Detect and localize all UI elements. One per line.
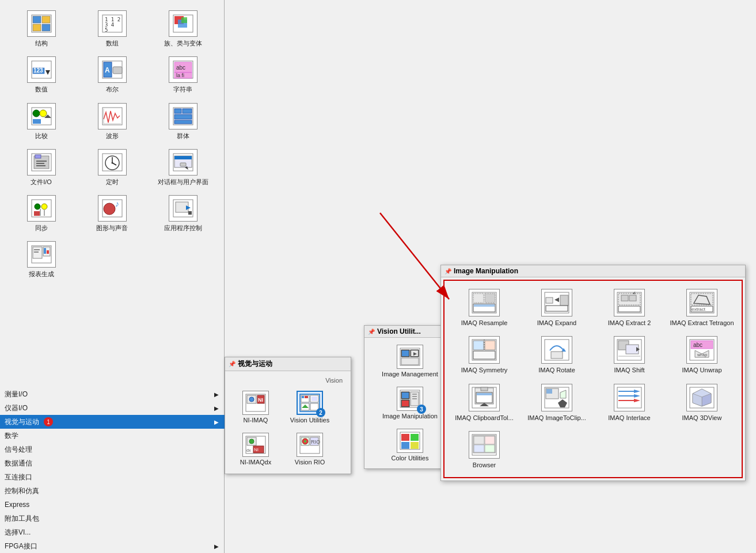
svg-rect-144 [473, 341, 484, 350]
bool-icon: A [98, 56, 127, 83]
menu-item-fpga[interactable]: FPGA接口 ▶ [0, 539, 225, 553]
svg-rect-163 [481, 387, 488, 391]
unwrap-label: IMAQ Unwrap [682, 366, 721, 374]
palette-item-fileio[interactable]: 文件I/O [6, 144, 77, 190]
imaq-item-expand[interactable]: IMAQ Expand [522, 285, 592, 330]
imaq-item-imageclip[interactable]: IMAQ ImageToClip... [522, 380, 592, 425]
imaq-item-unwrap[interactable]: abc wrap IMAQ Unwrap [667, 333, 737, 377]
svg-rect-38 [174, 120, 192, 124]
palette-item-struct[interactable]: 结构 [6, 6, 77, 52]
svg-rect-37 [174, 115, 192, 119]
svg-rect-124 [485, 293, 495, 303]
report-icon [27, 241, 56, 268]
palette-item-compare[interactable]: 比较 [6, 98, 77, 144]
svg-rect-189 [485, 445, 495, 452]
menu-item-measurement[interactable]: 测量I/O ▶ [0, 387, 225, 401]
palette-item-waveform[interactable]: 波形 [77, 98, 147, 144]
rotate-label: IMAQ Rotate [538, 366, 575, 374]
imaq-item-rotate[interactable]: IMAQ Rotate [522, 333, 592, 377]
svg-point-77 [249, 397, 254, 402]
svg-text:5: 5 [105, 27, 108, 33]
dialog-icon [169, 149, 197, 176]
imaq-item-clipboard[interactable]: IMAQ ClipboardTol... [449, 380, 519, 425]
palette-item-report[interactable]: 报表生成 [6, 237, 77, 283]
svg-text:abc: abc [693, 342, 702, 348]
svg-rect-128 [546, 298, 553, 303]
array-icon: 1 1 2 3 4 5 [98, 10, 127, 37]
svg-rect-123 [473, 293, 484, 303]
menu-item-addon[interactable]: 附加工具包 [0, 512, 225, 525]
arrow-icon: ▶ [214, 543, 219, 550]
panel2-item-niimaqx[interactable]: dx NI NI-IMAQdx [230, 429, 282, 469]
pin-icon: 📌 [368, 329, 375, 335]
panel-vision-motion: 📌 视觉与运动 Vision NI NI-IMAQ [225, 357, 351, 474]
menu-item-signal[interactable]: 信号处理 [0, 443, 225, 456]
niimaq-label: NI-IMAQ [244, 417, 268, 424]
browser-label: Browser [473, 461, 496, 469]
menu-item-math[interactable]: 数学 [0, 429, 225, 443]
svg-text:NI: NI [258, 397, 263, 403]
timing-icon [98, 149, 127, 176]
imaq-item-resample[interactable]: IMAQ Resample [449, 285, 519, 330]
menu-item-express[interactable]: Express [0, 498, 225, 512]
imaq-item-extracttet[interactable]: extract IMAQ Extract Tetragon [667, 285, 737, 330]
panel3-title: Vision Utilit... [377, 327, 421, 335]
palette-item-bool[interactable]: A 布尔 [77, 52, 147, 98]
palette-item-string[interactable]: abc la fi 字符串 [147, 52, 218, 98]
menu-item-vision[interactable]: 视觉与运动 1 ▶ [0, 415, 225, 429]
palette-item-class[interactable]: 族、类与变体 [147, 6, 218, 52]
panel2-item-niimaq[interactable]: NI NI-IMAQ [230, 387, 282, 427]
imageclip-icon [541, 384, 572, 411]
svg-rect-4 [42, 24, 50, 31]
menu-item-instrument[interactable]: 仪器I/O ▶ [0, 401, 225, 415]
imageclip-label: IMAQ ImageToClip... [527, 414, 586, 422]
string-label: 字符串 [173, 85, 192, 93]
palette-item-graphics[interactable]: ♪ 图形与声音 [77, 190, 147, 237]
menu-item-control[interactable]: 控制和仿真 [0, 484, 225, 498]
svg-rect-20 [113, 67, 122, 74]
cluster-icon [169, 103, 197, 129]
svg-rect-131 [546, 306, 568, 311]
menu-item-interconnect[interactable]: 互连接口 [0, 470, 225, 484]
interlace-label: IMAQ Interlace [608, 414, 650, 422]
panel2-item-visionutil[interactable]: 2 Vision Utilities [284, 387, 336, 427]
colorutil-label: Color Utilities [392, 455, 429, 462]
palette-item-appctrl[interactable]: 应用程序控制 [147, 190, 218, 237]
graphics-icon: ♪ [98, 195, 127, 222]
imaq-item-symmetry[interactable]: IMAQ Symmetry [449, 333, 519, 377]
svg-rect-36 [183, 109, 192, 113]
string-icon: abc la fi [169, 56, 197, 83]
pin-icon: 📌 [445, 268, 451, 274]
appctrl-label: 应用程序控制 [164, 224, 202, 232]
svg-rect-53 [180, 163, 186, 166]
panel2-item-visionrio[interactable]: RIO Vision RIO [284, 429, 336, 469]
svg-rect-137 [618, 306, 640, 312]
menu-item-datacomm[interactable]: 数据通信 [0, 456, 225, 470]
palette-item-dialog[interactable]: 对话框与用户界面 [147, 144, 218, 190]
svg-rect-29 [33, 119, 41, 124]
imaq-item-interlace[interactable]: IMAQ Interlace [594, 380, 664, 425]
imaq-item-browser[interactable]: Browser [449, 428, 519, 472]
svg-rect-103 [402, 350, 409, 356]
menu-item-selectvi[interactable]: 选择VI... [0, 525, 225, 539]
svg-point-98 [304, 440, 306, 443]
niimaqx-label: NI-IMAQdx [240, 459, 271, 466]
palette-item-sync[interactable]: 同步 [6, 190, 77, 237]
appctrl-icon [169, 195, 197, 222]
imaq-item-extract2[interactable]: 2 IMAQ Extract 2 [594, 285, 664, 330]
svg-rect-41 [35, 155, 41, 158]
svg-rect-35 [174, 109, 181, 113]
svg-point-91 [249, 439, 254, 444]
menu-items: 测量I/O ▶ 仪器I/O ▶ 视觉与运动 1 ▶ 数学 信号处理 数据通信 互… [0, 387, 225, 553]
imaq-item-3dview[interactable]: IMAQ 3DView [667, 380, 737, 425]
palette-item-numeric[interactable]: 123 数值 [6, 52, 77, 98]
imaq-item-shift[interactable]: IMAQ Shift [594, 333, 664, 377]
palette-item-array[interactable]: 1 1 2 3 4 5 数组 [77, 6, 147, 52]
panel2-title: 视觉与运动 [238, 359, 272, 369]
palette-item-cluster[interactable]: 群体 [147, 98, 218, 144]
arrow-icon: ▶ [214, 419, 219, 425]
palette-item-timing[interactable]: 定时 [77, 144, 147, 190]
rotate-icon [541, 336, 572, 364]
class-label: 族、类与变体 [164, 39, 202, 47]
imgmgmt-label: Image Management [382, 371, 438, 377]
